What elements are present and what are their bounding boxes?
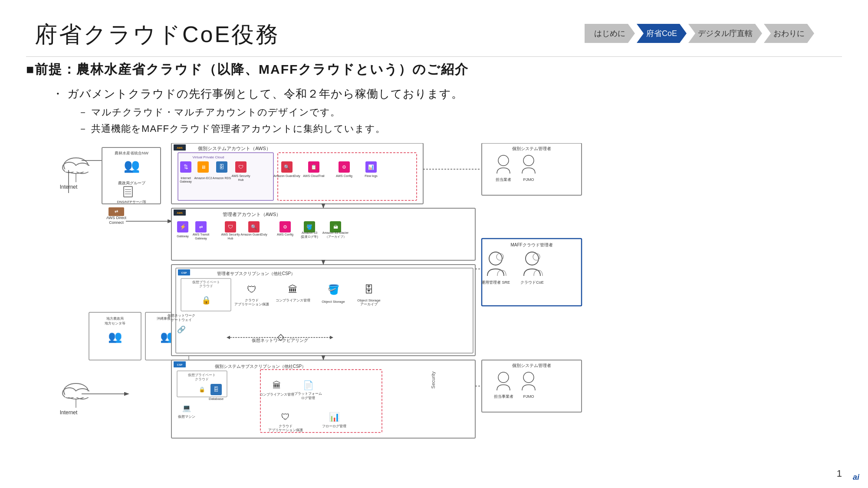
page-number: 1 [837, 468, 842, 479]
svg-text:💻: 💻 [182, 404, 191, 412]
gateway-label: Gateway [177, 235, 189, 238]
object-storage-archive-1: Object Storage [357, 298, 381, 302]
svg-text:🏔: 🏔 [333, 224, 338, 229]
svg-text:アプリケーション保護: アプリケーション保護 [268, 428, 303, 432]
svg-text:Gateway: Gateway [195, 237, 207, 240]
nosei-group-label: 農政局グループ [118, 181, 146, 185]
svg-text:AWS: AWS [177, 147, 183, 149]
svg-text:Hub: Hub [228, 237, 233, 240]
svg-text:⇅: ⇅ [184, 164, 188, 170]
network-box-title: 農林水産省統合NW [115, 151, 148, 155]
svg-rect-98 [260, 370, 382, 432]
svg-text:⚙: ⚙ [342, 164, 346, 170]
object-storage-label: Object Storage [322, 300, 345, 304]
vnet-gw-label-1: 仮想ネットワーク [168, 314, 195, 318]
svg-text:👥: 👥 [108, 330, 122, 344]
s3glacier-label: Amazon S3 Glacier [322, 231, 349, 234]
sys-admin-top-title: 個別システム管理者 [512, 146, 551, 151]
svg-text:🏛: 🏛 [273, 380, 281, 390]
cloudtrail-top-label: AWS CloudTrail [303, 174, 325, 177]
nav-digital-label: デジタル庁直轄 [698, 28, 753, 39]
svg-text:📋: 📋 [311, 164, 317, 170]
guardduty-top-label: Amazon GuardDuty [273, 174, 300, 178]
svg-text:🪣: 🪣 [328, 284, 340, 295]
bullet-sub2-1: － マルチクラウド・マルチアカウントのデザインです。 [78, 106, 842, 119]
vpc-label: Virtual Private Cloud [193, 155, 224, 159]
nav-digital[interactable]: デジタル庁直轄 [688, 24, 762, 43]
svg-rect-23 [65, 391, 91, 397]
igw-label: Internet [181, 177, 191, 180]
cloud-app-label-1: クラウド [245, 298, 259, 302]
nav-fushocoe[interactable]: 府省CoE [637, 24, 687, 43]
svg-text:🗄: 🗄 [364, 284, 374, 295]
compliance-bottom: コンプライアンス管理 [260, 393, 294, 396]
svg-rect-49 [171, 208, 475, 260]
svg-text:📄: 📄 [303, 380, 314, 390]
virtual-private-cloud-label: 仮想プライベート [192, 280, 220, 284]
svg-text:📊: 📊 [329, 412, 340, 422]
bullet-sub2-2: － 共通機能をMAFFクラウド管理者アカウントに集約しています。 [78, 122, 842, 135]
config-top-label: AWS Config [336, 174, 352, 178]
svg-text:🔍: 🔍 [251, 224, 257, 230]
ec2-label: Amazon EC2 [194, 177, 212, 180]
jimukigyou-label: 担当事業者 [494, 394, 513, 399]
transit-gw-label-1: AWS Transit [193, 233, 210, 236]
security-hub-label-top: AWS Security [232, 174, 250, 178]
flow-log-label: フローログ管理 [322, 424, 346, 428]
svg-text:CSP: CSP [181, 272, 187, 274]
svg-text:🔒: 🔒 [201, 295, 211, 305]
database-label: Database [209, 397, 224, 401]
svg-text:クラウド: クラウド [199, 284, 213, 288]
config-mgr-label: AWS Config [277, 233, 293, 236]
navigation-bar: はじめに 府省CoE デジタル庁直轄 おわりに [585, 24, 816, 43]
page-title: 府省クラウドCoE役務 [35, 20, 280, 50]
pjmo-bottom-label: PJMO [523, 394, 534, 399]
separator-line [26, 56, 842, 57]
manager-account-title: 管理者アカウント（AWS） [223, 212, 281, 217]
svg-text:🗄: 🗄 [214, 386, 219, 393]
svg-text:🏛: 🏛 [288, 284, 298, 295]
tantou-label: 担当業者 [496, 177, 511, 182]
vpc-bottom-label-1: 仮想プライベート [188, 373, 216, 377]
security-vertical-label: Security [431, 371, 436, 389]
svg-text:AWS: AWS [177, 212, 183, 214]
svg-text:ゲートウェイ: ゲートウェイ [171, 318, 192, 322]
svg-text:🛡: 🛡 [228, 224, 233, 230]
nav-owari-label: おわりに [773, 28, 805, 39]
chihou-label-2: 地方センタ等 [104, 321, 125, 325]
pjmo-top-label: PJMO [523, 177, 534, 182]
direct-connect-label-2: Connect [109, 220, 124, 225]
individual-top-title: 個別システムアカウント（AWS） [198, 146, 271, 151]
chihou-label-1: 地方農政局 [106, 317, 124, 321]
svg-text:⚡: ⚡ [180, 223, 186, 230]
svg-text:⚙: ⚙ [283, 224, 287, 229]
nav-owari[interactable]: おわりに [764, 24, 814, 43]
svg-text:🛡: 🛡 [247, 284, 256, 295]
s3-label: Amazon S3 [302, 231, 317, 234]
svg-text:🗄: 🗄 [219, 164, 224, 170]
nav-fushocoe-label: 府省CoE [646, 28, 677, 39]
svg-text:🔒: 🔒 [199, 386, 205, 393]
svg-text:⇄: ⇄ [199, 225, 203, 229]
architecture-diagram: Internet 農林水産省統合NW 👥 農政局グループ DNS/NTPサーバ等… [22, 143, 855, 477]
security-hub-mgr-1: AWS Security [221, 233, 240, 236]
svg-rect-105 [482, 143, 582, 195]
svg-text:Hub: Hub [238, 178, 244, 181]
vm-label: 仮想マシン [178, 415, 195, 419]
svg-text:👥: 👥 [124, 158, 140, 174]
sre-label: 運用管理者 SRE [481, 280, 510, 285]
svg-text:⇄: ⇄ [115, 209, 118, 214]
svg-text:🔍: 🔍 [284, 164, 290, 170]
direct-connect-label-1: AWS Direct [106, 216, 127, 220]
internet-bottom-label: Internet [60, 409, 78, 416]
individual-subscription-label: 個別システムサブスクリプション（他社CSP） [215, 364, 306, 369]
svg-text:🛡: 🛡 [281, 412, 290, 422]
sys-admin-bottom-title: 個別システム管理者 [512, 363, 551, 368]
nav-hajimeni[interactable]: はじめに [585, 24, 635, 43]
svg-text:（アーカイブ）: （アーカイブ） [325, 235, 346, 239]
platform-log-1: プラットフォーム [294, 392, 322, 396]
svg-text:アーカイブ: アーカイブ [360, 302, 378, 306]
svg-text:🛡: 🛡 [238, 164, 243, 170]
cloud-app-bottom-1: クラウド [279, 424, 293, 428]
svg-rect-113 [482, 360, 582, 412]
